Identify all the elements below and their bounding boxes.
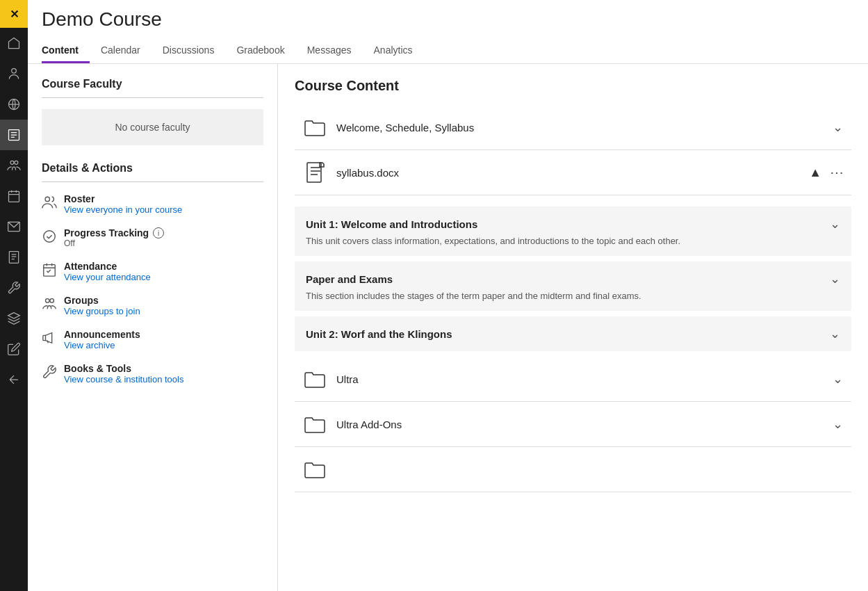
tab-calendar[interactable]: Calendar: [90, 39, 152, 63]
tab-content[interactable]: Content: [42, 39, 90, 63]
page-title: Demo Course: [42, 8, 854, 31]
progress-label: Progress Tracking: [64, 227, 149, 238]
content-item-ultra-addons: Ultra Add-Ons ⌄: [295, 402, 851, 447]
books-label: Books & Tools: [64, 363, 183, 374]
unit-block-paper: Paper and Exams ⌄ This section includes …: [295, 261, 851, 311]
sidebar-globe-icon[interactable]: [0, 89, 28, 120]
sidebar-course-icon[interactable]: [0, 120, 28, 150]
action-progress: Progress Tracking i Off: [42, 227, 263, 248]
sidebar-group-icon[interactable]: [0, 150, 28, 181]
document-icon-syllabus: [303, 160, 328, 185]
unit-2-header[interactable]: Unit 2: Worf and the Klingons ⌄: [306, 326, 840, 341]
content-area: Course Faculty No course faculty Details…: [28, 64, 868, 591]
no-faculty-label: No course faculty: [115, 122, 190, 133]
progress-info-icon[interactable]: i: [153, 227, 164, 238]
actions-list: Roster View everyone in your course Prog…: [42, 193, 263, 384]
svg-point-4: [15, 161, 18, 164]
progress-sub: Off: [64, 238, 164, 248]
ultra-actions: ⌄: [833, 371, 843, 387]
groups-text: Groups View groups to join: [64, 295, 140, 316]
unit-1-header[interactable]: Unit 1: Welcome and Introductions ⌄: [306, 216, 840, 232]
sidebar-calendar-icon[interactable]: [0, 181, 28, 211]
main-content: Demo Course Content Calendar Discussions…: [28, 0, 868, 591]
tab-messages[interactable]: Messages: [296, 39, 363, 63]
welcome-chevron-icon[interactable]: ⌄: [833, 120, 843, 135]
unit-2-chevron[interactable]: ⌄: [830, 326, 840, 341]
content-item-welcome: Welcome, Schedule, Syllabus ⌄: [295, 105, 851, 150]
unit-1-desc: This unit covers class information, expe…: [306, 236, 840, 246]
tab-discussions[interactable]: Discussions: [152, 39, 226, 63]
sidebar: ✕: [0, 0, 28, 591]
svg-point-8: [45, 197, 49, 201]
ultra-addons-actions: ⌄: [833, 416, 843, 432]
svg-point-9: [44, 231, 56, 243]
content-item-ultra: Ultra ⌄: [295, 357, 851, 402]
welcome-folder-name: Welcome, Schedule, Syllabus: [336, 122, 824, 133]
paper-title: Paper and Exams: [306, 273, 393, 285]
folder-icon-partial: [303, 457, 328, 482]
sidebar-paint-icon[interactable]: [0, 303, 28, 334]
sidebar-user-icon[interactable]: [0, 58, 28, 89]
unit-1-title: Unit 1: Welcome and Introductions: [306, 218, 477, 230]
roster-label: Roster: [64, 193, 182, 204]
unit-block-1: Unit 1: Welcome and Introductions ⌄ This…: [295, 207, 851, 256]
ultra-addons-chevron[interactable]: ⌄: [833, 416, 843, 432]
folder-icon-ultra-addons: [303, 412, 328, 437]
action-groups: Groups View groups to join: [42, 295, 263, 316]
group-icon: [42, 296, 57, 311]
svg-rect-5: [9, 191, 19, 202]
close-button[interactable]: ✕: [0, 0, 28, 28]
ultra-name: Ultra: [336, 373, 824, 385]
svg-rect-13: [307, 163, 321, 182]
groups-link[interactable]: View groups to join: [64, 306, 140, 316]
no-faculty-box: No course faculty: [42, 109, 263, 145]
attendance-label: Attendance: [64, 261, 151, 272]
tab-analytics[interactable]: Analytics: [363, 39, 424, 63]
svg-rect-7: [9, 252, 18, 264]
announcements-link[interactable]: View archive: [64, 340, 140, 350]
align-icon[interactable]: ▲: [809, 165, 821, 180]
faculty-divider: [42, 97, 263, 98]
folder-icon-ultra: [303, 366, 328, 391]
sidebar-back-icon[interactable]: [0, 364, 28, 395]
sidebar-home-icon[interactable]: [0, 28, 28, 58]
books-link[interactable]: View course & institution tools: [64, 374, 183, 384]
books-text: Books & Tools View course & institution …: [64, 363, 183, 384]
sidebar-note-icon[interactable]: [0, 334, 28, 364]
content-item-partial: [295, 447, 851, 492]
progress-text: Progress Tracking i Off: [64, 227, 164, 248]
roster-link[interactable]: View everyone in your course: [64, 204, 182, 215]
paper-desc: This section includes the stages of the …: [306, 291, 840, 301]
details-heading: Details & Actions: [42, 162, 263, 175]
sidebar-mail-icon[interactable]: [0, 211, 28, 242]
tab-bar: Content Calendar Discussions Gradebook M…: [42, 39, 854, 63]
folder-icon-welcome: [303, 115, 328, 140]
attendance-icon: [42, 262, 57, 277]
sidebar-tools-icon[interactable]: [0, 273, 28, 303]
header: Demo Course Content Calendar Discussions…: [28, 0, 868, 64]
groups-label: Groups: [64, 295, 140, 306]
svg-point-12: [50, 299, 54, 303]
wrench-icon: [42, 364, 57, 380]
left-panel: Course Faculty No course faculty Details…: [28, 64, 278, 591]
syllabus-actions: ▲ ⋯: [809, 164, 843, 181]
ultra-chevron[interactable]: ⌄: [833, 371, 843, 387]
attendance-link[interactable]: View your attendance: [64, 272, 151, 282]
right-panel: Course Content Welcome, Schedule, Syllab…: [278, 64, 868, 591]
megaphone-icon: [42, 330, 57, 346]
svg-point-0: [12, 69, 17, 74]
tab-gradebook[interactable]: Gradebook: [225, 39, 295, 63]
action-attendance: Attendance View your attendance: [42, 261, 263, 282]
details-divider: [42, 181, 263, 182]
welcome-actions: ⌄: [833, 120, 843, 135]
attendance-text: Attendance View your attendance: [64, 261, 151, 282]
action-announcements: Announcements View archive: [42, 329, 263, 350]
more-options-icon[interactable]: ⋯: [830, 164, 843, 181]
sidebar-document-icon[interactable]: [0, 242, 28, 273]
paper-header[interactable]: Paper and Exams ⌄: [306, 271, 840, 286]
progress-row: Progress Tracking i: [64, 227, 164, 238]
syllabus-name: syllabus.docx: [336, 167, 801, 179]
unit-1-chevron[interactable]: ⌄: [830, 216, 840, 232]
ultra-addons-name: Ultra Add-Ons: [336, 419, 824, 430]
paper-chevron[interactable]: ⌄: [830, 271, 840, 286]
